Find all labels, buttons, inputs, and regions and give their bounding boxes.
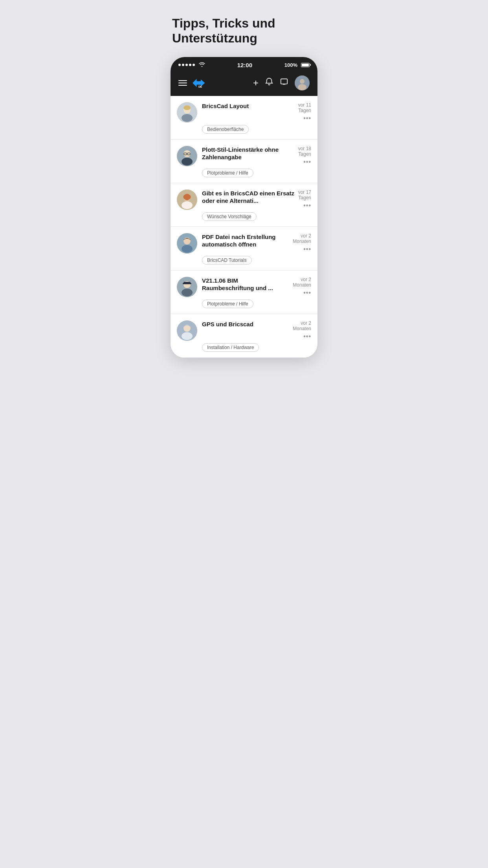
feed-meta-6: vor 2Monaten ••• [293,320,311,340]
battery-icon [301,63,310,67]
battery-percent: 100% [284,62,297,68]
feed-title-row: Gibt es in BricsCAD einen Ersatz oder ei… [202,189,311,209]
svg-point-9 [183,105,191,110]
feed-title-row: Plott-Stil-Linienstärke ohne Zahlenangab… [202,146,311,166]
feed-avatar-5 [177,277,197,297]
feed-avatar-1 [177,102,197,123]
user-avatar[interactable] [295,75,310,90]
status-time: 12:00 [237,62,252,68]
signal-dots [178,64,195,66]
feed-item[interactable]: Plott-Stil-Linienstärke ohne Zahlenangab… [171,140,317,183]
phone-frame: 12:00 100% [171,57,317,358]
notification-button[interactable] [265,77,273,88]
feed-avatar-3 [177,189,197,210]
feed-time-1: vor 11Tagen [298,102,311,113]
feed-item[interactable]: PDF Datei nach Erstellung automatisch öf… [171,227,317,270]
status-bar: 12:00 100% [171,57,317,72]
feed-title-row: BricsCad Layout vor 11Tagen ••• [202,102,311,122]
feed-item[interactable]: V21.1.06 BIM Raumbeschriftung und ... vo… [171,270,317,314]
hamburger-line-1 [178,80,187,81]
svg-point-18 [182,201,193,209]
feed-content-2: Plott-Stil-Linienstärke ohne Zahlenangab… [202,146,311,177]
feed-item[interactable]: GPS und Bricscad vor 2Monaten ••• Instal… [171,314,317,358]
feed-avatar-6 [177,320,197,341]
signal-dot-3 [185,64,188,66]
feed-time-4: vor 2Monaten [293,233,311,244]
svg-rect-26 [183,283,191,284]
svg-text:DE: DE [198,85,202,88]
battery-tip [310,64,311,66]
header-right: + [253,75,310,90]
feed-options-button-4[interactable]: ••• [303,246,311,253]
feed-content-5: V21.1.06 BIM Raumbeschriftung und ... vo… [202,277,311,308]
feed-content-6: GPS und Bricscad vor 2Monaten ••• Instal… [202,320,311,352]
feed-time-3: vor 17Tagen [298,189,311,200]
feed-title-row: PDF Datei nach Erstellung automatisch öf… [202,233,311,253]
hamburger-menu-button[interactable] [178,80,187,86]
feed-tag-5[interactable]: Plotprobleme / Hilfe [202,300,253,308]
feed-avatar-2 [177,146,197,166]
feed-time-2: vor 18Tagen [298,146,311,157]
svg-rect-2 [281,79,288,84]
feed-tag-2[interactable]: Plotprobleme / Hilfe [202,169,253,177]
header-left: DE [178,77,207,89]
svg-point-21 [182,245,193,253]
status-right: 100% [284,62,310,68]
signal-dot-1 [178,64,181,66]
battery-fill [302,64,309,66]
svg-point-8 [182,114,193,122]
feed-list: BricsCad Layout vor 11Tagen ••• Bedienob… [171,96,317,358]
svg-point-12 [182,158,193,166]
feed-title-2: Plott-Stil-Linienstärke ohne Zahlenangab… [202,146,295,161]
feed-meta-2: vor 18Tagen ••• [298,146,311,166]
feed-options-button-3[interactable]: ••• [303,202,311,209]
feed-title-1: BricsCad Layout [202,102,295,110]
app-header: DE + [171,72,317,96]
status-left [178,62,205,68]
feed-title-3: Gibt es in BricsCAD einen Ersatz oder ei… [202,189,295,205]
cad-logo[interactable]: DE [193,77,207,89]
feed-content-3: Gibt es in BricsCAD einen Ersatz oder ei… [202,189,311,221]
feed-avatar-4 [177,233,197,254]
feed-time-5: vor 2Monaten [293,277,311,288]
feed-meta-3: vor 17Tagen ••• [298,189,311,209]
feed-meta-5: vor 2Monaten ••• [293,277,311,296]
feed-title-row: V21.1.06 BIM Raumbeschriftung und ... vo… [202,277,311,296]
svg-point-29 [182,332,193,340]
svg-point-4 [300,79,305,84]
page-title: Tipps, Tricks und Unterstützung [171,16,317,46]
svg-point-24 [182,289,193,296]
feed-meta-4: vor 2Monaten ••• [293,233,311,253]
feed-tag-6[interactable]: Installation / Hardware [202,343,259,352]
add-button[interactable]: + [253,77,259,88]
feed-title-6: GPS und Bricscad [202,320,290,328]
feed-time-6: vor 2Monaten [293,320,311,331]
signal-dot-2 [182,64,184,66]
feed-tag-4[interactable]: BricsCAD Tutorials [202,256,252,265]
feed-title-row: GPS und Bricscad vor 2Monaten ••• [202,320,311,340]
feed-options-button-1[interactable]: ••• [303,115,311,122]
feed-title-4: PDF Datei nach Erstellung automatisch öf… [202,233,290,248]
hamburger-line-3 [178,85,187,86]
feed-tag-1[interactable]: Bedienoberfläche [202,125,249,134]
feed-title-5: V21.1.06 BIM Raumbeschriftung und ... [202,277,290,292]
feed-options-button-6[interactable]: ••• [303,333,311,340]
feed-options-button-5[interactable]: ••• [303,289,311,296]
signal-dot-4 [189,64,191,66]
feed-content-4: PDF Datei nach Erstellung automatisch öf… [202,233,311,265]
feed-meta-1: vor 11Tagen ••• [298,102,311,122]
svg-point-5 [298,84,306,90]
feed-tag-3[interactable]: Wünsche Vorschläge [202,212,257,221]
signal-dot-5 [193,64,195,66]
page-wrapper: Tipps, Tricks und Unterstützung [163,0,325,373]
message-button[interactable] [280,77,288,88]
feed-item[interactable]: Gibt es in BricsCAD einen Ersatz oder ei… [171,183,317,227]
feed-options-button-2[interactable]: ••• [303,158,311,166]
feed-item[interactable]: BricsCad Layout vor 11Tagen ••• Bedienob… [171,96,317,140]
feed-content-1: BricsCad Layout vor 11Tagen ••• Bedienob… [202,102,311,134]
wifi-icon [199,62,205,68]
hamburger-line-2 [178,83,187,83]
